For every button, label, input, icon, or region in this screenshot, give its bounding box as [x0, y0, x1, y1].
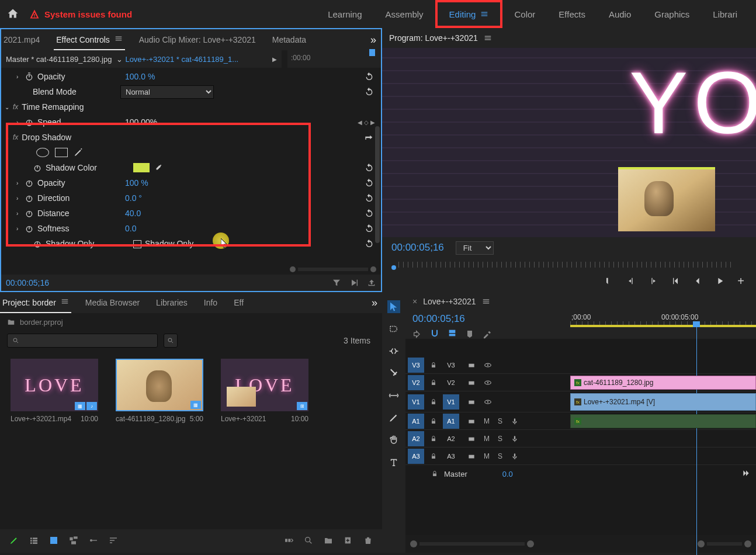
- snap-icon[interactable]: [430, 328, 439, 339]
- step-back-icon[interactable]: [693, 276, 702, 286]
- stopwatch-icon[interactable]: [25, 209, 34, 218]
- program-monitor[interactable]: YO: [382, 48, 756, 237]
- sync-lock-icon[interactable]: [467, 379, 476, 387]
- selection-tool-icon[interactable]: [387, 300, 400, 313]
- zoom-slider[interactable]: [89, 536, 98, 547]
- shadow-only-checkbox[interactable]: Shadow Only: [133, 239, 193, 248]
- source-patch[interactable]: A2: [408, 431, 424, 446]
- ws-color[interactable]: Color: [502, 0, 547, 28]
- chevron-right-icon[interactable]: ›: [16, 226, 25, 232]
- softness-value[interactable]: 0.0: [125, 224, 195, 233]
- write-mode-icon[interactable]: [9, 536, 19, 547]
- thumbnail[interactable]: LOVE ⊞: [221, 359, 308, 411]
- mic-icon[interactable]: [511, 452, 519, 460]
- reset-icon[interactable]: [365, 209, 374, 218]
- razor-tool-icon[interactable]: [387, 367, 400, 380]
- add-button[interactable]: +: [737, 275, 744, 288]
- play-only-icon[interactable]: [349, 278, 359, 287]
- track-select-icon[interactable]: [387, 322, 400, 335]
- reset-icon[interactable]: [365, 163, 374, 172]
- project-item[interactable]: LOVE ⊞ Love+-+32021 10:00: [221, 359, 308, 423]
- project-item[interactable]: ▦ cat-4611189_1280.jpg 5:00: [116, 359, 203, 423]
- blend-mode-select[interactable]: Normal: [120, 85, 214, 99]
- freeform-view-icon[interactable]: [69, 536, 78, 547]
- track-target[interactable]: A1: [443, 414, 459, 429]
- eye-icon[interactable]: [484, 361, 492, 369]
- project-search-input[interactable]: [7, 334, 158, 348]
- tab-metadata[interactable]: Metadata: [270, 30, 308, 49]
- shadow-color-swatch[interactable]: [133, 163, 150, 172]
- work-area-bar[interactable]: [570, 325, 756, 327]
- reset-icon[interactable]: [365, 193, 374, 203]
- tab-source[interactable]: 2021.mp4: [1, 30, 42, 49]
- stopwatch-icon[interactable]: [25, 178, 34, 188]
- home-icon[interactable]: [7, 8, 19, 21]
- ws-effects[interactable]: Effects: [547, 0, 597, 28]
- trash-icon[interactable]: [363, 536, 373, 547]
- lock-icon[interactable]: [426, 394, 441, 410]
- mute-button[interactable]: M: [484, 452, 490, 460]
- reset-icon[interactable]: [365, 178, 374, 188]
- sync-lock-icon[interactable]: [467, 398, 476, 406]
- system-warning[interactable]: System issues found: [29, 9, 132, 19]
- track-target[interactable]: V2: [443, 375, 459, 390]
- hand-tool-icon[interactable]: [387, 433, 400, 446]
- keyframe-nav[interactable]: ◀ ◇ ▶: [358, 119, 375, 126]
- chevron-right-icon[interactable]: ›: [16, 74, 25, 80]
- scrollbar[interactable]: [375, 126, 380, 243]
- chevron-right-icon[interactable]: ›: [16, 119, 25, 126]
- source-timecode[interactable]: 00:00:05;16: [6, 278, 49, 287]
- zoom-select[interactable]: Fit: [456, 241, 494, 255]
- ws-audio[interactable]: Audio: [597, 0, 643, 28]
- lock-icon[interactable]: [426, 358, 441, 373]
- timeline-ruler[interactable]: ;00:00 00:00:05:00: [568, 311, 756, 339]
- track-target[interactable]: V3: [443, 358, 459, 373]
- effect-mini-timeline[interactable]: :00:00: [287, 50, 381, 68]
- tab-effect-controls[interactable]: Effect Controls: [54, 30, 124, 50]
- mic-icon[interactable]: [511, 417, 519, 425]
- ds-opacity-value[interactable]: 100 %: [125, 178, 195, 188]
- audio-clip[interactable]: fx: [570, 414, 756, 428]
- export-frame-icon[interactable]: [367, 278, 376, 287]
- reset-icon[interactable]: [365, 224, 374, 233]
- settings-icon[interactable]: [483, 329, 492, 339]
- solo-button[interactable]: S: [498, 417, 502, 425]
- sync-lock-icon[interactable]: [467, 452, 476, 460]
- program-timecode[interactable]: 00:00:05;16: [391, 242, 444, 254]
- ws-libraries[interactable]: Librari: [701, 0, 749, 28]
- stopwatch-icon[interactable]: [33, 163, 42, 172]
- pen-tool-icon[interactable]: [387, 411, 400, 424]
- source-patch[interactable]: V2: [408, 375, 424, 390]
- chevron-down-icon[interactable]: ⌄: [5, 134, 13, 141]
- bin-icon[interactable]: [7, 318, 15, 326]
- pen-mask-icon[interactable]: [74, 148, 83, 157]
- linked-selection-icon[interactable]: [448, 328, 457, 339]
- reset-icon[interactable]: [365, 87, 374, 96]
- slip-tool-icon[interactable]: [387, 389, 400, 402]
- list-view-icon[interactable]: [29, 536, 39, 547]
- ws-graphics[interactable]: Graphics: [643, 0, 701, 28]
- playhead-icon[interactable]: [369, 49, 375, 56]
- type-tool-icon[interactable]: [387, 456, 400, 469]
- sequence-clip-link[interactable]: Love+-+32021 * cat-4611189_1...: [125, 55, 238, 64]
- go-to-in-icon[interactable]: [671, 276, 680, 286]
- mute-button[interactable]: M: [484, 417, 490, 425]
- mark-out-icon[interactable]: [626, 276, 636, 286]
- row-time-remapping[interactable]: ⌄ fx Time Remapping: [5, 99, 381, 115]
- lock-icon[interactable]: [426, 431, 441, 446]
- close-icon[interactable]: ×: [412, 297, 417, 306]
- new-item-icon[interactable]: [344, 536, 353, 547]
- tab-media-browser[interactable]: Media Browser: [83, 293, 142, 312]
- effect-hscroll[interactable]: [1, 264, 381, 275]
- chevron-right-icon[interactable]: ›: [16, 195, 25, 202]
- playhead-icon[interactable]: [391, 265, 396, 270]
- sort-icon[interactable]: [109, 536, 118, 547]
- project-item[interactable]: LOVE ▦♪ Love+-+32021.mp4 10:00: [11, 359, 98, 423]
- track-target[interactable]: A3: [443, 449, 459, 464]
- sync-lock-icon[interactable]: [467, 417, 476, 425]
- timeline-timecode[interactable]: 00:00:05;16: [412, 313, 561, 325]
- filter-icon[interactable]: [332, 278, 341, 287]
- thumbnail[interactable]: ▦: [116, 359, 203, 411]
- hamburger-icon[interactable]: [484, 34, 492, 42]
- tab-project[interactable]: Project: border: [0, 293, 71, 313]
